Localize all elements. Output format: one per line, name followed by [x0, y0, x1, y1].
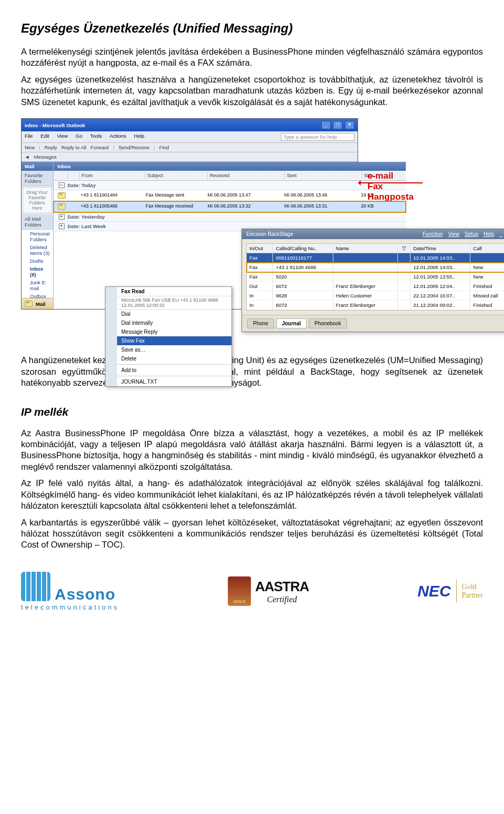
sidebar-fav-header: Favorite Folders — [22, 171, 53, 186]
aastra-gold-badge-icon — [228, 576, 251, 606]
annotation-labels: e-mail Fax Hangposta — [368, 171, 414, 202]
minimize-icon[interactable]: _ — [321, 121, 331, 129]
annot-email: e-mail — [368, 171, 414, 181]
paragraph-4: Az Aastra BusinessPhone IP megoldása Önr… — [21, 428, 483, 473]
back-icon[interactable]: ◄ — [25, 154, 29, 160]
col-flag[interactable] — [56, 172, 68, 179]
btn-reply[interactable]: Reply — [44, 145, 57, 150]
tab-phone[interactable]: Phone — [247, 318, 274, 328]
bs-menu-view[interactable]: View — [448, 231, 459, 237]
assono-graphic-icon — [21, 572, 50, 601]
bs-col-number[interactable]: Called/Calling Nu.. — [273, 244, 333, 253]
menu-tools[interactable]: Tools — [90, 133, 102, 141]
bs-col-inout[interactable]: In/Out — [247, 244, 273, 253]
message-row[interactable]: +43 1 811001484 Fax Message sent Mi 08.0… — [54, 190, 406, 201]
group-yesterday[interactable]: + Date: Yesterday — [54, 212, 406, 222]
footer-logos: Assono telecommunications AASTRA Certifi… — [21, 572, 483, 611]
expand-icon[interactable]: + — [59, 214, 65, 220]
backstage-window: Ericsson BackStage Function View Setup H… — [242, 229, 504, 332]
menu-file[interactable]: File — [25, 133, 33, 141]
backstage-titlebar: Ericsson BackStage Function View Setup H… — [242, 229, 504, 239]
sidebar-all-header: All Mail Folders — [22, 214, 53, 230]
outlook-title: Inbox - Microsoft Outlook — [25, 122, 85, 128]
expand-icon[interactable]: + — [59, 223, 65, 229]
ctx-dial[interactable]: Dial — [117, 310, 232, 318]
menu-view[interactable]: View — [57, 133, 68, 141]
col-attach[interactable] — [68, 172, 80, 179]
tab-phonebook[interactable]: Phonebook — [309, 318, 347, 328]
tree-deleted[interactable]: Deleted Items (3) — [22, 243, 53, 257]
logo-aastra: AASTRA Certified — [228, 576, 309, 606]
inbox-header: Inbox — [54, 162, 406, 171]
logo-assono: Assono telecommunications — [21, 572, 119, 611]
ctx-save-as[interactable]: Save as… — [117, 345, 232, 354]
tab-journal[interactable]: Journal — [276, 318, 307, 328]
menu-go[interactable]: Go — [76, 133, 82, 141]
composite-screenshot: Inbox - Microsoft Outlook _ □ × File Edi… — [21, 118, 483, 344]
bs-col-call[interactable]: Call — [470, 244, 504, 253]
bs-col-sort[interactable]: ▽ — [398, 244, 411, 253]
sidebar-bottom-mail[interactable]: Mail — [22, 298, 53, 309]
tree-personal-folders[interactable]: Personal Folders — [22, 230, 53, 243]
backstage-tabs: Phone Journal Phonebook — [242, 315, 504, 332]
col-from[interactable]: From — [80, 172, 145, 179]
window-controls: _ □ × — [320, 121, 354, 129]
bs-row-selected[interactable]: Fax 0081100116177 12.01.2005 14:03.. — [247, 253, 504, 263]
bs-row[interactable]: Fax 5020 12.01.2005 13:55.. New — [247, 272, 504, 282]
btn-forward[interactable]: Forward — [90, 145, 109, 150]
help-search-input[interactable]: Type a question for help — [281, 133, 354, 141]
mail-icon — [58, 192, 66, 199]
bs-col-name[interactable]: Name — [333, 244, 398, 253]
bs-row[interactable]: In 9628 Helen Customer 22.12.2004 16:07.… — [247, 291, 504, 301]
bs-row[interactable]: Out 6072 Franz Eilenberger 12.01.2005 12… — [247, 282, 504, 291]
backstage-grid: In/Out Called/Calling Nu.. Name ▽ Date/T… — [246, 243, 504, 311]
assono-tagline: telecommunications — [21, 603, 119, 611]
ctx-delete[interactable]: Delete — [117, 354, 232, 363]
col-subject[interactable]: Subject — [145, 172, 208, 179]
col-sent[interactable]: Sent — [285, 172, 362, 179]
ctx-reply[interactable]: Message Reply — [117, 327, 232, 336]
view-messages[interactable]: Messages — [34, 154, 56, 160]
close-icon[interactable]: × — [345, 121, 354, 129]
tree-drafts[interactable]: Drafts — [22, 257, 53, 265]
group-today[interactable]: − Date: Today — [54, 181, 406, 190]
bs-col-datetime[interactable]: Date/Time — [411, 244, 470, 253]
paragraph-6: A karbantartás is egyszerűbbé válik – gy… — [21, 517, 483, 551]
menu-help[interactable]: Help — [134, 133, 144, 141]
btn-new[interactable]: New — [25, 145, 35, 150]
ctx-add-to[interactable]: Add to — [117, 366, 232, 375]
assono-name: Assono — [55, 585, 116, 603]
logo-nec: NEC Gold Partner — [417, 580, 483, 603]
message-row-selected[interactable]: +43 1 811005486 Fax Message received Mi … — [54, 201, 406, 212]
bs-row[interactable]: In 6072 Franz Eilenberger 21.12.2004 09:… — [247, 301, 504, 310]
paragraph-3: A hangüzeneteket kezelő egység (VMU=Voic… — [21, 355, 483, 388]
mail-icon — [58, 203, 66, 210]
nec-gold-partner: Gold Partner — [462, 583, 483, 601]
tree-outbox[interactable]: Outbox — [22, 292, 53, 298]
outlook-sidebar: Mail Favorite Folders Drag Your Favorite… — [22, 162, 54, 309]
paragraph-2: Az egységes üzenetkezelést használva a h… — [21, 74, 483, 108]
btn-send-receive[interactable]: Send/Receive — [119, 145, 150, 150]
menu-edit[interactable]: Edit — [40, 133, 49, 141]
maximize-icon[interactable]: □ — [333, 121, 342, 129]
tree-inbox[interactable]: Inbox (8) — [22, 265, 53, 279]
aastra-certified: Certified — [255, 595, 309, 604]
ctx-show-fax[interactable]: Show Fax — [117, 336, 232, 345]
ctx-journal[interactable]: JOURNAL.TXT — [117, 377, 232, 386]
bs-row-highlighted[interactable]: Fax +43 1 81100 4686 12.01.2005 14:03.. … — [247, 263, 504, 272]
ctx-info: MicroLink 56k Fun USB EU +43 1 81100 468… — [117, 296, 232, 310]
col-received[interactable]: Received — [208, 172, 285, 179]
ctx-dial-internal[interactable]: Dial internally — [117, 318, 232, 327]
bs-menu-function[interactable]: Function — [423, 231, 443, 237]
bs-minimize-icon[interactable]: _ — [500, 231, 503, 237]
paragraph-1: A termelékenységi szintjének jelentős ja… — [21, 46, 483, 69]
bs-menu-setup[interactable]: Setup — [465, 231, 478, 237]
btn-find[interactable]: Find — [159, 145, 169, 150]
collapse-icon[interactable]: − — [59, 182, 65, 188]
menu-actions[interactable]: Actions — [110, 133, 126, 141]
bs-menu-help[interactable]: Help — [484, 231, 495, 237]
btn-reply-all[interactable]: Reply to All — [61, 145, 87, 150]
paragraph-5: Az IP felé való nyitás által, a hang- és… — [21, 478, 483, 511]
tree-junk[interactable]: Junk E-mail — [22, 279, 53, 292]
ctx-icon-strip — [106, 287, 117, 386]
